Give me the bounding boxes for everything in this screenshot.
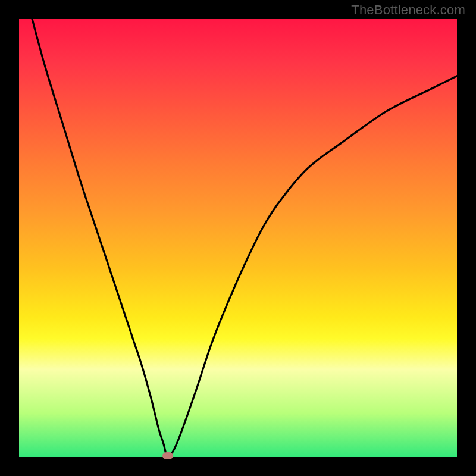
line-series — [19, 19, 457, 457]
minimum-marker — [162, 452, 173, 459]
watermark-text: TheBottleneck.com — [351, 2, 465, 18]
chart-container: TheBottleneck.com — [0, 0, 476, 476]
plot-area — [19, 19, 457, 457]
